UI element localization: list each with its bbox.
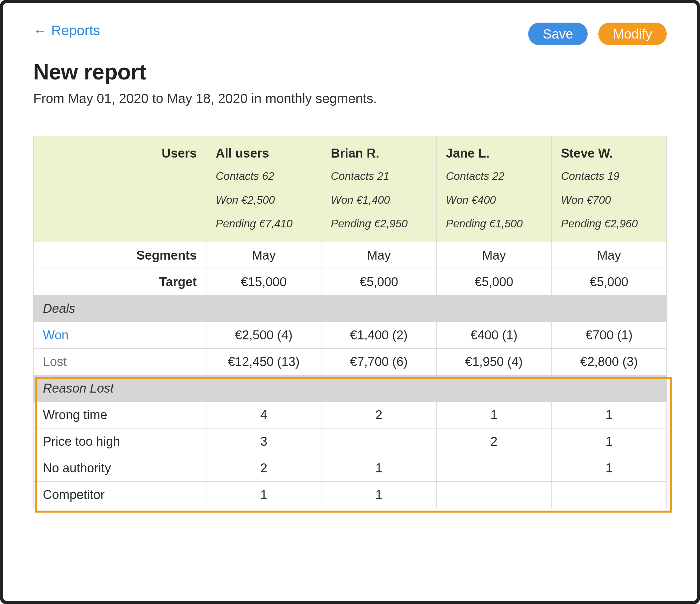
cell: 1 bbox=[321, 455, 436, 481]
cell bbox=[436, 455, 551, 481]
cell: 1 bbox=[551, 402, 667, 428]
cell: 2 bbox=[436, 428, 551, 455]
section-label: Reason Lost bbox=[33, 375, 667, 402]
cell: €7,700 (6) bbox=[321, 348, 436, 375]
reason-row: Wrong time 4 2 1 1 bbox=[33, 402, 667, 428]
reason-lost-section-row: Reason Lost bbox=[33, 375, 667, 402]
cell bbox=[436, 481, 551, 508]
row-label: Lost bbox=[33, 348, 206, 375]
cell: 3 bbox=[206, 428, 321, 455]
cell: 2 bbox=[321, 402, 436, 428]
save-button[interactable]: Save bbox=[528, 23, 588, 45]
back-to-reports-link[interactable]: ← Reports bbox=[33, 23, 100, 39]
row-label: Target bbox=[33, 269, 206, 295]
page-title: New report bbox=[33, 59, 667, 84]
cell: May bbox=[206, 242, 321, 269]
cell: 4 bbox=[206, 402, 321, 428]
cell: €2,800 (3) bbox=[551, 348, 667, 375]
col-header: Jane L. Contacts 22 Won €400 Pending €1,… bbox=[436, 136, 551, 242]
report-table: Users All users Contacts 62 Won €2,500 P… bbox=[33, 136, 667, 508]
col-contacts: Contacts 62 bbox=[216, 168, 312, 184]
cell: €5,000 bbox=[551, 269, 667, 295]
col-header: Brian R. Contacts 21 Won €1,400 Pending … bbox=[321, 136, 436, 242]
back-link-label: Reports bbox=[51, 23, 100, 39]
table-header-row: Users All users Contacts 62 Won €2,500 P… bbox=[33, 136, 667, 242]
modify-button[interactable]: Modify bbox=[598, 23, 667, 45]
reason-row: No authority 2 1 1 bbox=[33, 455, 667, 481]
cell bbox=[321, 428, 436, 455]
row-label: No authority bbox=[33, 455, 206, 481]
col-name: Brian R. bbox=[331, 146, 427, 160]
deals-section-row: Deals bbox=[33, 295, 667, 322]
cell: 1 bbox=[436, 402, 551, 428]
date-range-text: From May 01, 2020 to May 18, 2020 in mon… bbox=[33, 91, 667, 106]
col-pending: Pending €2,960 bbox=[561, 216, 657, 232]
report-window: ← Reports Save Modify New report From Ma… bbox=[0, 0, 700, 604]
reason-row: Price too high 3 2 1 bbox=[33, 428, 667, 455]
col-pending: Pending €2,950 bbox=[331, 216, 427, 232]
cell: May bbox=[436, 242, 551, 269]
cell bbox=[551, 481, 667, 508]
col-contacts: Contacts 19 bbox=[561, 168, 657, 184]
cell: €15,000 bbox=[206, 269, 321, 295]
cell: €5,000 bbox=[436, 269, 551, 295]
deals-won-row: Won €2,500 (4) €1,400 (2) €400 (1) €700 … bbox=[33, 322, 667, 348]
col-won: Won €1,400 bbox=[331, 192, 427, 208]
users-header: Users bbox=[33, 136, 206, 242]
cell: 1 bbox=[206, 481, 321, 508]
col-name: All users bbox=[216, 146, 312, 160]
col-name: Steve W. bbox=[561, 146, 657, 160]
cell: €1,400 (2) bbox=[321, 322, 436, 348]
col-won: Won €400 bbox=[446, 192, 542, 208]
col-contacts: Contacts 22 bbox=[446, 168, 542, 184]
col-won: Won €2,500 bbox=[216, 192, 312, 208]
cell: €5,000 bbox=[321, 269, 436, 295]
col-pending: Pending €1,500 bbox=[446, 216, 542, 232]
cell: €700 (1) bbox=[551, 322, 667, 348]
row-label: Price too high bbox=[33, 428, 206, 455]
cell: €1,950 (4) bbox=[436, 348, 551, 375]
col-header: All users Contacts 62 Won €2,500 Pending… bbox=[206, 136, 321, 242]
col-header: Steve W. Contacts 19 Won €700 Pending €2… bbox=[551, 136, 667, 242]
col-name: Jane L. bbox=[446, 146, 542, 160]
cell: 1 bbox=[551, 455, 667, 481]
col-pending: Pending €7,410 bbox=[216, 216, 312, 232]
cell: May bbox=[551, 242, 667, 269]
col-contacts: Contacts 21 bbox=[331, 168, 427, 184]
deals-lost-row: Lost €12,450 (13) €7,700 (6) €1,950 (4) … bbox=[33, 348, 667, 375]
target-row: Target €15,000 €5,000 €5,000 €5,000 bbox=[33, 269, 667, 295]
cell: €2,500 (4) bbox=[206, 322, 321, 348]
reason-row: Competitor 1 1 bbox=[33, 481, 667, 508]
cell: €12,450 (13) bbox=[206, 348, 321, 375]
section-label: Deals bbox=[33, 295, 667, 322]
row-label: Wrong time bbox=[33, 402, 206, 428]
row-label: Segments bbox=[33, 242, 206, 269]
row-label[interactable]: Won bbox=[33, 322, 206, 348]
cell: May bbox=[321, 242, 436, 269]
arrow-left-icon: ← bbox=[33, 24, 47, 37]
action-buttons: Save Modify bbox=[528, 23, 667, 45]
cell: €400 (1) bbox=[436, 322, 551, 348]
cell: 1 bbox=[321, 481, 436, 508]
cell: 2 bbox=[206, 455, 321, 481]
col-won: Won €700 bbox=[561, 192, 657, 208]
segments-row: Segments May May May May bbox=[33, 242, 667, 269]
cell: 1 bbox=[551, 428, 667, 455]
row-label: Competitor bbox=[33, 481, 206, 508]
topbar: ← Reports Save Modify bbox=[33, 23, 667, 45]
